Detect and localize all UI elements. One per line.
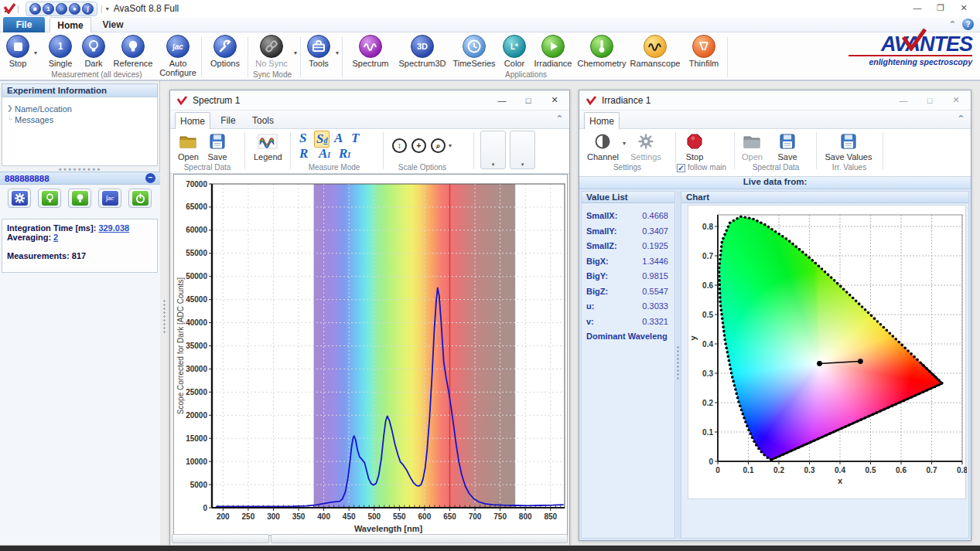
device-settings-button[interactable] (8, 189, 31, 208)
avantes-logo: AVANTES enlightening spectroscopy (849, 34, 972, 66)
app-chemometry-button[interactable]: Chemometry (577, 35, 627, 69)
mode-scope-minus-dark-button[interactable]: Sd (314, 131, 330, 148)
maximize-button[interactable]: ❐ (929, 0, 952, 15)
empty-dropdown-2[interactable]: ▾ (510, 131, 535, 169)
expander-icon[interactable]: ❯ (7, 104, 13, 112)
save-button[interactable]: Save (207, 132, 227, 162)
spectrum-tab-home[interactable]: Home (175, 112, 210, 129)
device-panel-header[interactable]: 888888888 − (0, 172, 160, 185)
no-sync-button[interactable]: No Sync (252, 35, 291, 69)
mode-scope-button[interactable]: S (299, 131, 306, 146)
app-irradiance-button[interactable]: Irradiance (531, 35, 575, 69)
device-reference-button[interactable] (68, 189, 91, 208)
averaging-value[interactable]: 2 (53, 233, 58, 242)
zoom-vertical-icon[interactable]: ↕ (392, 138, 407, 153)
open-button[interactable]: Open (178, 132, 199, 162)
qat-customize-caret-icon[interactable]: ▾ (106, 5, 109, 12)
minimize-button[interactable]: — (489, 91, 515, 109)
svg-text:0.5: 0.5 (702, 311, 713, 319)
channel-button[interactable]: Channel (587, 132, 619, 162)
app-spectrum-button[interactable]: Spectrum (347, 35, 394, 69)
collapse-toolbar-icon[interactable]: ⌃ (958, 114, 965, 124)
tree-item-messages[interactable]: └ Messages (5, 114, 154, 125)
settings-button[interactable]: Settings (630, 132, 661, 162)
legend-button[interactable]: Legend (254, 132, 282, 162)
ribbon-separator (201, 37, 202, 77)
reference-button[interactable]: Reference (110, 35, 156, 69)
stop-button[interactable]: Stop (3, 35, 32, 69)
mode-absorbance-button[interactable]: A (334, 131, 343, 146)
scale-caret-icon[interactable]: ▾ (449, 142, 452, 149)
app-spectrum3d-button[interactable]: 3D Spectrum3D (396, 35, 449, 69)
sidebar-resize-grip[interactable] (160, 81, 169, 545)
spectrum-tab-file[interactable]: File (213, 112, 243, 129)
spectrum-tab-tools[interactable]: Tools (246, 112, 280, 129)
qat-autoconfigure-icon[interactable]: ∫ (82, 3, 94, 15)
spectrum-title-bar[interactable]: Spectrum 1 — □ ✕ (170, 90, 569, 111)
save-button[interactable]: Save (777, 132, 797, 162)
toolbar-separator (244, 132, 245, 169)
app-timeseries-button[interactable]: TimeSeries (450, 35, 498, 69)
close-button[interactable]: ✕ (541, 91, 568, 109)
close-button[interactable]: ✕ (952, 0, 975, 15)
help-icon[interactable]: ? (962, 19, 974, 30)
qat-single-icon[interactable]: 1 (43, 3, 54, 15)
svg-text:Scope Corrected for Dark [ADC: Scope Corrected for Dark [ADC Counts] (176, 277, 185, 415)
app-thinfilm-button[interactable]: Thinfilm (684, 35, 724, 69)
svg-text:700: 700 (469, 512, 482, 521)
single-button[interactable]: 1 Single (43, 35, 77, 69)
minimize-button[interactable]: — (906, 0, 929, 15)
device-dark-button[interactable] (38, 189, 61, 208)
maximize-button[interactable]: □ (917, 91, 943, 109)
checkbox-checked-icon[interactable]: ✓ (677, 164, 685, 172)
dark-button[interactable]: Dark (79, 35, 108, 69)
minimize-button[interactable]: — (890, 91, 917, 109)
channel-caret-icon[interactable]: ▾ (623, 140, 626, 147)
irradiance-title-bar[interactable]: Irradiance 1 — □ ✕ (579, 90, 971, 111)
options-button[interactable]: Options (206, 35, 244, 69)
averaging-row: Averaging: 2 (7, 233, 152, 242)
zoom-all-icon[interactable]: + (411, 138, 426, 153)
qat-stop-icon[interactable]: ■ (29, 3, 41, 15)
svg-text:850: 850 (544, 512, 557, 521)
experiment-information-header: Experiment Information (2, 83, 158, 97)
app-color-button[interactable]: L* Color (500, 35, 529, 69)
mode-transmittance-button[interactable]: T (351, 131, 359, 146)
irradiance-tab-home[interactable]: Home (584, 112, 620, 129)
follow-main-checkbox[interactable]: ✓follow main (671, 163, 732, 172)
stop-button[interactable]: Stop (685, 132, 705, 162)
open-button[interactable]: Open (742, 132, 763, 162)
device-autoconfigure-button[interactable]: ∫ac (98, 189, 121, 208)
app-ramanscope-button[interactable]: Ramanscope (628, 35, 682, 69)
collapse-toolbar-icon[interactable]: ⌃ (556, 114, 563, 124)
empty-dropdown-1[interactable]: ▾ (480, 131, 506, 169)
svg-text:10000: 10000 (186, 457, 207, 466)
collapse-ribbon-icon[interactable]: ⌃ (949, 19, 956, 29)
maximize-button[interactable]: □ (515, 91, 541, 109)
tab-view[interactable]: View (94, 17, 131, 32)
svg-text:0.4: 0.4 (702, 340, 713, 349)
spectrum-chart[interactable]: 2002503003504004505005506006507007508008… (173, 174, 568, 536)
integration-time-value[interactable]: 329.038 (98, 223, 129, 233)
device-power-button[interactable] (128, 189, 152, 208)
cie-chromaticity-chart[interactable]: 00.10.20.30.40.50.60.70.800.10.20.30.40.… (688, 205, 966, 499)
tree-item-name-location[interactable]: ❯ Name/Location (5, 104, 154, 114)
qat-dark-icon[interactable]: ○ (56, 3, 67, 15)
mode-relative-irradiance-button[interactable]: RI (339, 146, 350, 162)
tab-file[interactable]: File (3, 17, 45, 32)
stop-caret-icon[interactable]: ▾ (34, 49, 37, 56)
qat-reference-icon[interactable]: ● (69, 3, 80, 15)
main-title-bar: | ■ 1 ○ ● ∫ | ▾ AvaSoft 8.8 Full — ❐ ✕ (0, 0, 980, 17)
close-button[interactable]: ✕ (943, 91, 969, 109)
collapse-panel-icon[interactable]: − (145, 173, 155, 183)
tools-button[interactable]: Tools (303, 35, 334, 69)
save-values-button[interactable]: Save Values (824, 132, 873, 162)
mode-absolute-irradiance-button[interactable]: AI (319, 146, 330, 162)
device-panel: 888888888 − (0, 172, 160, 545)
sync-caret-icon[interactable]: ▾ (294, 49, 297, 56)
sidebar-splitter[interactable]: ●●●●●●●●● (0, 166, 160, 172)
mode-reflectance-button[interactable]: R (299, 146, 308, 162)
zoom-region-icon[interactable]: ⌕ (431, 138, 446, 153)
tab-home[interactable]: Home (50, 17, 91, 32)
tools-caret-icon[interactable]: ▾ (336, 49, 339, 56)
